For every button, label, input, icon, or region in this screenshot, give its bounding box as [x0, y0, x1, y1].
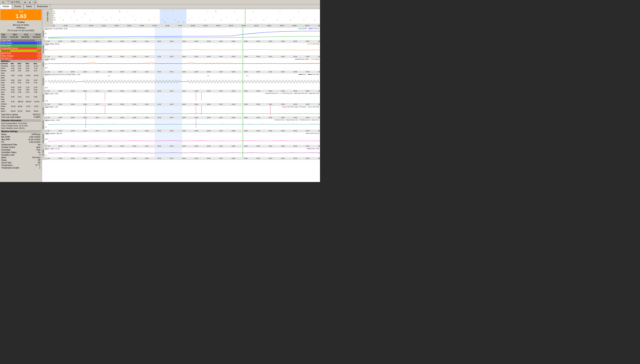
sub-tick: 02:49	[244, 117, 248, 118]
stats-row: Pressure8.008.069.9011.24	[1, 65, 42, 67]
pulse-rate-y-label: Pulse Rate	[42, 43, 44, 56]
sub-tick: 02:33	[48, 158, 50, 159]
flow-rate-svg: 30.0 0.0 -30.0 CA CA UF1	[44, 73, 320, 90]
charts-container[interactable]: Pressure Pressure: 10.90 EPAP: 6.90 EPAP…	[42, 28, 320, 182]
nav-prev-button[interactable]: ◄	[23, 0, 27, 4]
sub-tick: 02:51	[269, 104, 272, 105]
device-model: AirCurve 10 VAuto	[1, 24, 42, 26]
svg-text:0.0: 0.0	[45, 144, 47, 145]
pressure-svg: 12.0 8.0 4.0	[44, 28, 320, 40]
resp-rate-svg: 23.0 0.0	[44, 148, 320, 157]
svg-text:OA: OA	[53, 13, 55, 14]
sub-tick: 02:42	[158, 158, 161, 159]
sub-tick: 02:36	[83, 71, 87, 72]
timeline-tick: 02:45	[127, 25, 131, 26]
sub-tick: 02:48	[232, 145, 235, 147]
nav-end-button[interactable]: ▸|	[33, 0, 38, 4]
stats-row: SpO289.0097.0099.0099.00	[1, 110, 42, 112]
sub-tick: 02:49	[244, 71, 248, 72]
sub-tick: 02:37	[96, 130, 99, 132]
sub-tick: 02:37	[96, 104, 99, 105]
sub-tick: 02:39	[121, 71, 124, 72]
sub-tick: 02:43	[170, 90, 173, 92]
resp-rate-legend-line	[307, 148, 311, 149]
svg-text:UF1: UF1	[246, 75, 249, 77]
sub-tick: 02:35	[71, 158, 75, 159]
leak-rate-chart-content: Leak Rate: 1.20 Leak Rate Upper Threshol…	[44, 106, 320, 116]
left-panel: AHI 1.63 ResMed AirCurve 10 VAuto VPAPau…	[0, 9, 42, 182]
svg-point-59	[165, 22, 166, 22]
sub-tick: 02:38	[108, 117, 112, 118]
sub-tick: 02:40	[133, 71, 136, 72]
sub-tick: 02:37	[96, 71, 99, 72]
sub-tick: 02:48	[232, 90, 235, 92]
timeline-tick: 04:15	[204, 25, 207, 26]
median-spo2-legend-line	[295, 59, 299, 60]
epap-legend-line	[298, 28, 302, 29]
machine-row: RampOff	[1, 159, 41, 162]
svg-text:88.0: 88.0	[45, 67, 48, 68]
svg-text:UF1: UF1	[53, 19, 56, 20]
sub-tick: 02:55	[318, 90, 320, 92]
flow-rate-title: Duration 00:22:54 AHI 5.24 Flow Rate: -2…	[45, 74, 80, 76]
sub-tick: 02:52	[281, 104, 285, 105]
sub-tick: 02:55	[318, 130, 320, 132]
stats-table: ChannelMinMed95%Max Pressure8.008.069.90…	[1, 62, 42, 112]
pulse-rate-legend: Pulse Rate	[307, 43, 319, 45]
sub-tick: 02:37	[96, 145, 99, 147]
start-label: Start	[13, 34, 17, 36]
end-val: 06:35:50	[22, 36, 29, 38]
sub-tick: 02:40	[133, 130, 136, 132]
sub-ticks-flowlimit: 02:3302:3402:3502:3602:3702:3802:3902:40…	[48, 104, 320, 106]
sub-tick: 02:42	[158, 56, 161, 57]
machine-row: Smart StartOff	[1, 162, 41, 164]
tab-events[interactable]: Events	[12, 4, 24, 9]
sub-tick: 02:40	[133, 56, 136, 57]
sub-tick: 02:36	[83, 117, 87, 118]
tab-bookmarks[interactable]: Bookmarks	[35, 4, 51, 9]
total-apnea-row: Total time in apnea 00:01:52	[1, 113, 41, 116]
pressure-legend-item: Pressure	[309, 28, 319, 30]
sub-ticks-pressure: 02:3302:3402:3502:3602:3702:3802:3902:40…	[48, 40, 320, 42]
sub-tick: 02:36	[83, 130, 87, 132]
pressure-legend-line	[309, 28, 312, 29]
svg-text:CA: CA	[207, 75, 209, 77]
sub-tick: 02:40	[133, 104, 136, 105]
svg-text:825.0: 825.0	[45, 138, 48, 140]
nav-back-button[interactable]: ◄	[1, 0, 5, 4]
sub-tick: 02:54	[306, 104, 310, 105]
sub-tick: 02:37	[96, 90, 99, 92]
sub-tick: 02:43	[170, 104, 173, 105]
svg-text:-30.0: -30.0	[45, 87, 48, 88]
machine-row: MaskFull Face	[1, 156, 41, 159]
sub-tick: 02:48	[232, 104, 235, 105]
tab-notes[interactable]: Notes	[24, 4, 35, 9]
sub-tick: 02:55	[318, 158, 320, 159]
sub-tick: 02:44	[182, 130, 186, 132]
tidal-volume-svg: 1650.0 825.0 0.0	[44, 132, 320, 145]
sub-tick: 02:34	[59, 90, 62, 92]
timeline-tick: 05:30	[267, 25, 271, 26]
stats-row: Event0.000.000.000.00	[1, 79, 42, 82]
flow-limit-title: Flow Limit.: 0.00	[45, 93, 58, 95]
date-values-row: 1/9/21 01:01:36 06:35:50 05:32:02	[1, 36, 41, 38]
sub-tick: 02:51	[269, 158, 272, 159]
svg-rect-131	[155, 132, 182, 145]
stats-row: Snore0.000.000.000.00	[1, 88, 42, 91]
oximeter-section: Oximeter Information SpO2 Desaturations:…	[1, 119, 42, 130]
sub-tick: 02:41	[145, 56, 149, 57]
event-row-spo2-drop: SpO2 Drop7.05	[1, 52, 42, 55]
sub-tick: 02:38	[108, 71, 112, 72]
sub-tick: 02:48	[232, 40, 235, 42]
time-leak-row: Time over leak redline 0.000%	[1, 116, 41, 118]
sub-tick: 02:38	[108, 90, 112, 92]
sub-tick: 02:41	[145, 90, 149, 92]
sub-tick: 02:36	[83, 56, 87, 57]
end-label: End	[24, 34, 28, 36]
svg-text:CA: CA	[108, 75, 110, 77]
tab-details[interactable]: Details	[0, 4, 12, 9]
sub-tick: 02:51	[269, 56, 272, 57]
nav-next-button[interactable]: ►	[28, 0, 33, 4]
pulse-rate-title: Pulse Rate: 69.00	[45, 43, 60, 45]
sub-tick: 02:53	[293, 56, 297, 57]
